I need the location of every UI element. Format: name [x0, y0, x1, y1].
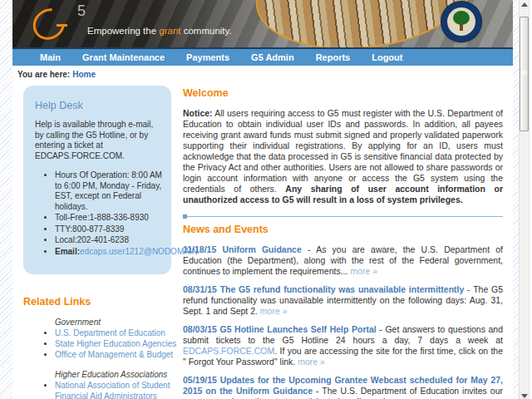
g5-homepage: { "header": { "logo_g": "G", "logo_5": "… — [0, 0, 532, 399]
news-item-more-link[interactable]: more » — [350, 266, 377, 276]
tagline-grant-highlight: grant — [159, 26, 180, 36]
related-links-group-government: Government U.S. Department of Education … — [23, 318, 179, 360]
news-item-separator: - — [467, 284, 470, 294]
g5-logo: 5 — [32, 4, 99, 46]
vertical-scrollbar[interactable] — [519, 0, 530, 399]
page-title: Welcome — [183, 87, 503, 99]
notice-paragraph: Notice: All users requiring access to G5… — [183, 108, 503, 205]
news-item: 11/18/15 Uniform Guidance - As you are a… — [183, 244, 503, 277]
breadcrumb-home-link[interactable]: Home — [72, 70, 96, 79]
news-item-separator: - — [316, 386, 319, 396]
news-item: 08/03/15 G5 Hotline Launches Self Help P… — [183, 324, 503, 367]
list-item: U.S. Department of Education — [55, 328, 179, 338]
help-desk-tollfree: Toll-Free:1-888-336-8930 — [55, 213, 163, 224]
main-content: Welcome Notice: All users requiring acce… — [179, 81, 513, 399]
list-item: State Higher Education Agencies — [55, 338, 179, 349]
nav-item-logout[interactable]: Logout — [361, 52, 413, 62]
main-navigation: Main Grant Maintenance Payments G5 Admin… — [12, 47, 513, 66]
content-area: Help Desk Help is available through e-ma… — [12, 81, 513, 399]
news-item-title: Uniform Guidance — [223, 244, 302, 254]
help-desk-local: Local:202-401-6238 — [55, 235, 163, 246]
education-seal-icon — [441, 2, 481, 42]
related-links-title: Related Links — [23, 296, 179, 308]
news-item: 08/31/15 The G5 refund functionality was… — [183, 284, 503, 317]
email-label: Email: — [55, 247, 80, 256]
help-desk-title: Help Desk — [35, 100, 163, 111]
link-state-higher-education-agencies[interactable]: State Higher Education Agencies — [55, 339, 176, 348]
news-item-more-link[interactable]: more » — [298, 357, 325, 367]
help-desk-intro: Help is available through e-mail, by cal… — [35, 120, 163, 161]
news-item-more-link[interactable]: more » — [260, 306, 288, 316]
related-links-panel: Related Links Government U.S. Department… — [12, 296, 179, 399]
help-desk-email: Email:edcaps.user1212@NODOMAIN — [55, 247, 163, 258]
tagline: Empowering the grant community. — [87, 26, 232, 36]
news-item-separator: - — [308, 244, 311, 254]
page-container: 5 Empowering the grant community. Main G… — [12, 0, 513, 399]
related-links-group-higher-ed: Higher Education Associations National A… — [23, 370, 179, 399]
link-nasfaa[interactable]: National Association of Student Financia… — [55, 381, 170, 399]
link-us-department-of-education[interactable]: U.S. Department of Education — [55, 328, 165, 337]
nav-item-reports[interactable]: Reports — [305, 52, 362, 62]
header-banner: 5 Empowering the grant community. — [12, 0, 513, 47]
help-desk-hours: Hours Of Operation: 8:00 AM to 6:00 PM, … — [55, 170, 163, 212]
help-desk-panel: Help Desk Help is available through e-ma… — [23, 86, 171, 274]
list-item: Office of Management & Budget — [55, 349, 179, 360]
help-desk-list: Hours Of Operation: 8:00 AM to 6:00 PM, … — [55, 170, 163, 257]
nav-item-payments[interactable]: Payments — [175, 52, 240, 62]
nav-item-grant-maintenance[interactable]: Grant Maintenance — [71, 52, 175, 62]
news-item-title: G5 Hotline Launches Self Help Portal — [219, 324, 376, 334]
g5-logo-five: 5 — [77, 2, 86, 20]
news-and-events-title: News and Events — [183, 224, 503, 235]
breadcrumb: You are here:Home — [12, 66, 513, 81]
scrollbar-up-arrow-icon[interactable] — [520, 0, 529, 10]
news-item-date: 08/31/15 — [183, 284, 217, 294]
news-item-date: 08/03/15 — [183, 324, 217, 334]
edcaps-force-link[interactable]: EDCAPS.FORCE.COM — [183, 346, 274, 356]
scrollbar-thumb[interactable] — [520, 17, 529, 131]
section-divider — [183, 216, 503, 217]
news-item-separator: - — [379, 324, 382, 334]
nav-item-g5-admin[interactable]: G5 Admin — [240, 52, 305, 62]
group-heading: Higher Education Associations — [55, 370, 179, 379]
notice-label: Notice: — [183, 108, 213, 118]
nav-item-main[interactable]: Main — [29, 52, 71, 62]
help-desk-tty: TTY:800-877-8339 — [55, 224, 163, 235]
scrollbar-down-arrow-icon[interactable] — [520, 389, 529, 399]
link-office-of-management-budget[interactable]: Office of Management & Budget — [55, 350, 173, 359]
news-item-date: 11/18/15 — [183, 244, 216, 254]
news-item: 05/19/15 Updates for the Upcoming Grante… — [183, 375, 503, 399]
list-item: National Association of Student Financia… — [55, 380, 179, 399]
news-item-date: 05/19/15 — [183, 375, 217, 385]
news-item-title: The G5 refund functionality was unavaila… — [220, 284, 465, 294]
scrollbar-grip-icon — [522, 71, 527, 76]
group-heading: Government — [55, 318, 179, 327]
sidebar: Help Desk Help is available through e-ma… — [12, 81, 179, 399]
breadcrumb-label: You are here: — [17, 70, 70, 79]
